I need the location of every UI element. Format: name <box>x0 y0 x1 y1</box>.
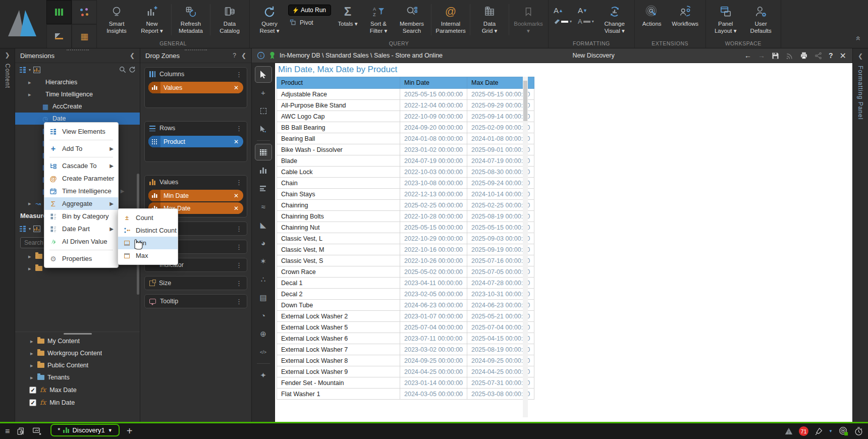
query-reset-button[interactable]: Query Reset ▾ <box>253 2 286 35</box>
grid-row[interactable]: Chainring 2025-02-25 00:00:00 2025-02-25… <box>277 200 534 211</box>
search-icon[interactable] <box>119 66 126 73</box>
min-date-cell[interactable]: 2023-10-08 00:00:00 <box>400 178 467 189</box>
help-icon[interactable]: ? <box>233 52 236 59</box>
column-header-product[interactable]: Product <box>277 77 400 89</box>
drop-zone-tooltip[interactable]: Tooltip ⋮ <box>144 294 247 308</box>
forward-icon[interactable]: → <box>758 51 765 60</box>
product-cell[interactable]: Classic Vest, M <box>277 244 400 255</box>
dimension-tree-item[interactable]: ▸ Time Intelligence <box>15 88 140 100</box>
min-date-cell[interactable]: 2024-04-25 00:00:00 <box>400 366 467 377</box>
chip-product[interactable]: Product ✕ <box>148 136 243 147</box>
min-date-cell[interactable]: 2025-05-02 00:00:00 <box>400 266 467 278</box>
pin-caret-icon[interactable]: ▼ <box>829 429 833 433</box>
font-color-button[interactable]: A▾ <box>578 18 594 25</box>
visual-scatter-chart[interactable]: ∴ <box>255 271 272 288</box>
share-icon[interactable] <box>815 52 822 60</box>
min-date-cell[interactable]: 2023-01-07 00:00:00 <box>400 311 467 322</box>
publish-feed-icon[interactable] <box>786 52 793 60</box>
grid-row[interactable]: AWC Logo Cap 2022-10-09 00:00:00 2025-09… <box>277 111 534 122</box>
menu-item-add-to[interactable]: + Add To▶ <box>44 142 118 155</box>
grid-row[interactable]: All-Purpose Bike Stand 2022-12-04 00:00:… <box>277 100 534 111</box>
product-cell[interactable]: Bike Wash - Dissolver <box>277 144 400 155</box>
remove-chip-icon[interactable]: ✕ <box>229 192 243 199</box>
grid-scrollbar[interactable] <box>523 77 528 417</box>
min-date-cell[interactable]: 2025-02-25 00:00:00 <box>400 200 467 211</box>
checkbox[interactable] <box>29 399 36 406</box>
product-cell[interactable]: Cable Lock <box>277 167 400 178</box>
menu-item-cascade-to[interactable]: Cascade To▶ <box>44 159 118 172</box>
expand-arrow-icon[interactable]: ▸ <box>28 265 35 272</box>
min-date-cell[interactable]: 2024-09-25 00:00:00 <box>400 355 467 366</box>
expand-content-icon[interactable]: ❯ <box>5 51 10 59</box>
min-date-cell[interactable]: 2025-05-15 00:00:00 <box>400 222 467 233</box>
product-cell[interactable]: Decal 1 <box>277 278 400 289</box>
grid-row[interactable]: BB Ball Bearing 2024-09-20 00:00:00 2025… <box>277 122 534 133</box>
min-date-cell[interactable]: 2023-04-11 00:00:00 <box>400 278 467 289</box>
min-date-cell[interactable]: 2022-12-13 00:00:00 <box>400 189 467 200</box>
visual-gauge[interactable]: ◔ <box>255 307 272 324</box>
min-date-cell[interactable]: 2024-07-19 00:00:00 <box>400 155 467 167</box>
visual-column-chart[interactable] <box>255 162 272 179</box>
grid-row[interactable]: Chainring Nut 2025-05-15 00:00:00 2025-0… <box>277 222 534 233</box>
expand-arrow-icon[interactable]: ▸ <box>30 338 37 345</box>
grid-row[interactable]: Decal 2 2023-02-05 00:00:00 2023-10-31 0… <box>277 289 534 300</box>
expand-arrow-icon[interactable]: ▸ <box>30 362 37 369</box>
pyramid-status-icon[interactable] <box>785 427 793 435</box>
expand-arrow-icon[interactable]: ▸ <box>28 253 35 260</box>
auto-run-toggle[interactable]: Auto Run <box>288 5 331 16</box>
product-cell[interactable]: Crown Race <box>277 266 400 278</box>
min-date-cell[interactable]: 2025-05-15 00:00:00 <box>400 89 467 100</box>
collapse-panel-icon[interactable]: ❮ <box>241 52 246 59</box>
smart-insights-button[interactable]: Smart Insights <box>100 2 133 35</box>
internal-parameters-button[interactable]: @ Internal Parameters <box>434 2 467 35</box>
visual-extras[interactable]: ✦ <box>255 367 272 383</box>
product-cell[interactable]: Flat Washer 1 <box>277 389 400 400</box>
zone-menu-icon[interactable]: ⋮ <box>236 225 242 233</box>
sort-filter-button[interactable]: AZ Sort & Filter ▾ <box>364 2 393 35</box>
drop-zone-size[interactable]: Size ⋮ <box>144 276 247 290</box>
tree-view-caret[interactable]: ▾ <box>29 68 31 72</box>
zone-menu-icon[interactable]: ⋮ <box>236 125 242 132</box>
grid-row[interactable]: External Lock Washer 7 2023-03-02 00:00:… <box>277 344 534 355</box>
grid-row[interactable]: Adjustable Race 2025-05-15 00:00:00 2025… <box>277 89 534 100</box>
grid-row[interactable]: Flat Washer 1 2024-03-05 00:00:00 2025-0… <box>277 389 534 400</box>
calculation-item[interactable]: fx Max Date <box>15 383 140 396</box>
expand-formatting-icon[interactable]: ❮ <box>858 52 863 60</box>
min-date-cell[interactable]: 2022-12-04 00:00:00 <box>400 100 467 111</box>
chip-values[interactable]: Values ✕ <box>148 82 243 93</box>
product-cell[interactable]: Chain <box>277 178 400 189</box>
product-cell[interactable]: Fender Set - Mountain <box>277 377 400 389</box>
checkbox[interactable] <box>29 387 36 394</box>
min-date-cell[interactable]: 2023-01-02 00:00:00 <box>400 144 467 155</box>
min-date-cell[interactable]: 2024-09-20 00:00:00 <box>400 122 467 133</box>
grid-row[interactable]: Classic Vest, M 2022-10-16 00:00:00 2025… <box>277 244 534 255</box>
visual-pie-chart[interactable]: ◕ <box>255 235 272 251</box>
dimension-tree-item[interactable]: ▸ Hierarchies <box>15 76 140 88</box>
panel-splitter[interactable] <box>15 332 140 335</box>
grid-row[interactable]: External Lock Washer 8 2024-09-25 00:00:… <box>277 355 534 366</box>
tree-view-icon[interactable] <box>19 67 26 73</box>
workflows-button[interactable]: Workflows <box>668 2 702 28</box>
grid-row[interactable]: Cable Lock 2022-10-03 00:00:00 2025-08-3… <box>277 167 534 178</box>
grid-row[interactable]: Classic Vest, S 2022-10-26 00:00:00 2025… <box>277 255 534 266</box>
content-explorer-icon[interactable] <box>17 427 25 435</box>
zone-menu-icon[interactable]: ⋮ <box>236 71 242 78</box>
menu-item-bin-by-category[interactable]: Bin by Category▶ <box>44 210 118 223</box>
product-cell[interactable]: External Lock Washer 6 <box>277 333 400 344</box>
tab-discovery1[interactable]: * Discovery1 ▼ <box>50 424 119 436</box>
grid-row[interactable]: Bike Wash - Dissolver 2023-01-02 00:00:0… <box>277 144 534 155</box>
zone-menu-icon[interactable]: ⋮ <box>236 298 242 305</box>
grid-row[interactable]: Crown Race 2025-05-02 00:00:00 2025-07-0… <box>277 266 534 278</box>
product-cell[interactable]: Decal 2 <box>277 289 400 300</box>
pointer-options-tool[interactable] <box>255 121 272 137</box>
menu-item-create-parameter[interactable]: @ Create Parameter <box>44 172 118 185</box>
refresh-metadata-button[interactable]: Refresh Metadata <box>174 2 207 35</box>
pin-icon[interactable] <box>815 427 823 435</box>
actions-button[interactable]: Actions <box>638 2 666 28</box>
visual-custom-code[interactable]: </> <box>255 344 272 360</box>
visual-bar-chart[interactable] <box>255 180 272 197</box>
grid-row[interactable]: External Lock Washer 5 2025-07-04 00:00:… <box>277 322 534 333</box>
visual-matrix[interactable]: ▤ <box>255 289 272 306</box>
remove-chip-icon[interactable]: ✕ <box>229 138 243 145</box>
bookmarks-button[interactable]: Bookmarks ▾ <box>512 2 545 35</box>
